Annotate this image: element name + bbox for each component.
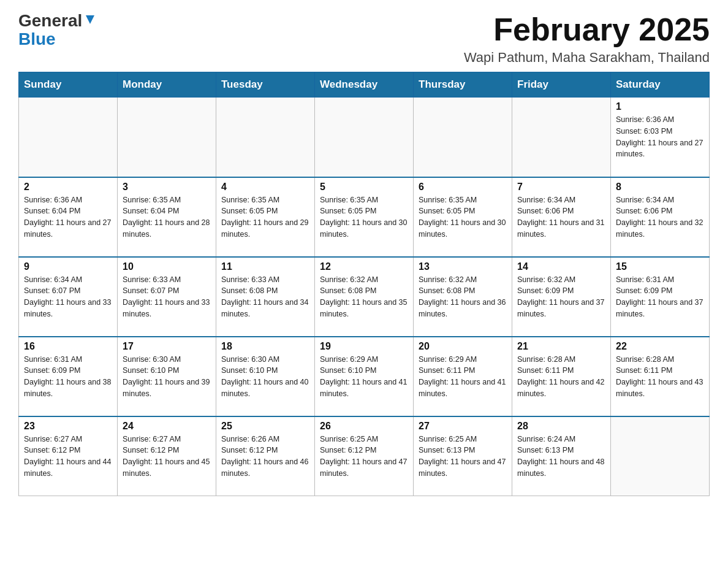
calendar-week-row: 23Sunrise: 6:27 AMSunset: 6:12 PMDayligh… [19,416,710,496]
calendar-cell [118,98,216,177]
month-title: February 2025 [464,12,710,47]
calendar-cell [512,98,611,177]
calendar-cell [315,98,414,177]
day-info: Sunrise: 6:35 AMSunset: 6:05 PMDaylight:… [320,194,408,240]
weekday-header-monday: Monday [118,72,216,98]
day-info: Sunrise: 6:34 AMSunset: 6:06 PMDaylight:… [517,194,605,240]
day-number: 20 [419,341,507,352]
day-number: 8 [616,182,704,193]
calendar-cell: 15Sunrise: 6:31 AMSunset: 6:09 PMDayligh… [611,257,710,337]
day-info: Sunrise: 6:26 AMSunset: 6:12 PMDaylight:… [221,434,309,480]
calendar-cell: 18Sunrise: 6:30 AMSunset: 6:10 PMDayligh… [216,337,315,416]
day-number: 12 [320,261,408,272]
day-info: Sunrise: 6:25 AMSunset: 6:13 PMDaylight:… [419,434,507,480]
calendar-cell: 23Sunrise: 6:27 AMSunset: 6:12 PMDayligh… [19,416,118,496]
logo-blue: Blue [18,29,56,49]
calendar-cell: 17Sunrise: 6:30 AMSunset: 6:10 PMDayligh… [118,337,216,416]
day-number: 7 [517,182,605,193]
calendar-cell: 28Sunrise: 6:24 AMSunset: 6:13 PMDayligh… [512,416,611,496]
day-number: 18 [221,341,309,352]
day-info: Sunrise: 6:30 AMSunset: 6:10 PMDaylight:… [123,354,211,400]
calendar-cell: 4Sunrise: 6:35 AMSunset: 6:05 PMDaylight… [216,177,315,257]
day-info: Sunrise: 6:33 AMSunset: 6:08 PMDaylight:… [221,274,309,320]
day-number: 21 [517,341,605,352]
day-number: 22 [616,341,704,352]
calendar-cell: 25Sunrise: 6:26 AMSunset: 6:12 PMDayligh… [216,416,315,496]
day-info: Sunrise: 6:36 AMSunset: 6:04 PMDaylight:… [24,194,112,240]
day-info: Sunrise: 6:27 AMSunset: 6:12 PMDaylight:… [24,434,112,480]
calendar-cell: 5Sunrise: 6:35 AMSunset: 6:05 PMDaylight… [315,177,414,257]
calendar-cell: 2Sunrise: 6:36 AMSunset: 6:04 PMDaylight… [19,177,118,257]
day-number: 9 [24,261,112,272]
calendar-cell [216,98,315,177]
calendar-cell: 19Sunrise: 6:29 AMSunset: 6:10 PMDayligh… [315,337,414,416]
calendar-cell [414,98,512,177]
calendar-cell [19,98,118,177]
day-info: Sunrise: 6:32 AMSunset: 6:09 PMDaylight:… [517,274,605,320]
day-info: Sunrise: 6:28 AMSunset: 6:11 PMDaylight:… [517,354,605,400]
day-number: 5 [320,182,408,193]
day-number: 25 [221,421,309,432]
day-number: 4 [221,182,309,193]
day-number: 2 [24,182,112,193]
calendar-cell: 10Sunrise: 6:33 AMSunset: 6:07 PMDayligh… [118,257,216,337]
day-info: Sunrise: 6:28 AMSunset: 6:11 PMDaylight:… [616,354,704,400]
calendar-cell: 12Sunrise: 6:32 AMSunset: 6:08 PMDayligh… [315,257,414,337]
calendar-cell: 21Sunrise: 6:28 AMSunset: 6:11 PMDayligh… [512,337,611,416]
day-info: Sunrise: 6:33 AMSunset: 6:07 PMDaylight:… [123,274,211,320]
day-number: 13 [419,261,507,272]
calendar-cell: 16Sunrise: 6:31 AMSunset: 6:09 PMDayligh… [19,337,118,416]
calendar-cell: 24Sunrise: 6:27 AMSunset: 6:12 PMDayligh… [118,416,216,496]
calendar-cell: 26Sunrise: 6:25 AMSunset: 6:12 PMDayligh… [315,416,414,496]
day-info: Sunrise: 6:35 AMSunset: 6:05 PMDaylight:… [221,194,309,240]
calendar-week-row: 2Sunrise: 6:36 AMSunset: 6:04 PMDaylight… [19,177,710,257]
day-info: Sunrise: 6:36 AMSunset: 6:03 PMDaylight:… [616,114,704,160]
day-number: 23 [24,421,112,432]
day-info: Sunrise: 6:31 AMSunset: 6:09 PMDaylight:… [616,274,704,320]
day-number: 24 [123,421,211,432]
calendar-cell: 7Sunrise: 6:34 AMSunset: 6:06 PMDaylight… [512,177,611,257]
day-number: 10 [123,261,211,272]
day-info: Sunrise: 6:29 AMSunset: 6:10 PMDaylight:… [320,354,408,400]
calendar-cell: 1Sunrise: 6:36 AMSunset: 6:03 PMDaylight… [611,98,710,177]
weekday-header-thursday: Thursday [414,72,512,98]
logo: General Blue [18,12,97,49]
day-info: Sunrise: 6:31 AMSunset: 6:09 PMDaylight:… [24,354,112,400]
day-info: Sunrise: 6:30 AMSunset: 6:10 PMDaylight:… [221,354,309,400]
day-number: 3 [123,182,211,193]
calendar-cell: 3Sunrise: 6:35 AMSunset: 6:04 PMDaylight… [118,177,216,257]
location-title: Wapi Pathum, Maha Sarakham, Thailand [464,50,710,66]
day-number: 11 [221,261,309,272]
day-info: Sunrise: 6:32 AMSunset: 6:08 PMDaylight:… [419,274,507,320]
day-number: 6 [419,182,507,193]
day-number: 14 [517,261,605,272]
day-number: 15 [616,261,704,272]
day-info: Sunrise: 6:29 AMSunset: 6:11 PMDaylight:… [419,354,507,400]
logo-triangle-icon [83,13,97,26]
day-number: 16 [24,341,112,352]
calendar-cell: 22Sunrise: 6:28 AMSunset: 6:11 PMDayligh… [611,337,710,416]
day-info: Sunrise: 6:34 AMSunset: 6:06 PMDaylight:… [616,194,704,240]
day-info: Sunrise: 6:34 AMSunset: 6:07 PMDaylight:… [24,274,112,320]
weekday-header-sunday: Sunday [19,72,118,98]
day-info: Sunrise: 6:35 AMSunset: 6:05 PMDaylight:… [419,194,507,240]
calendar-cell: 27Sunrise: 6:25 AMSunset: 6:13 PMDayligh… [414,416,512,496]
svg-marker-0 [86,15,94,24]
day-info: Sunrise: 6:27 AMSunset: 6:12 PMDaylight:… [123,434,211,480]
weekday-header-row: SundayMondayTuesdayWednesdayThursdayFrid… [19,72,710,98]
day-number: 26 [320,421,408,432]
calendar-week-row: 16Sunrise: 6:31 AMSunset: 6:09 PMDayligh… [19,337,710,416]
calendar-cell: 13Sunrise: 6:32 AMSunset: 6:08 PMDayligh… [414,257,512,337]
calendar-cell: 11Sunrise: 6:33 AMSunset: 6:08 PMDayligh… [216,257,315,337]
day-info: Sunrise: 6:35 AMSunset: 6:04 PMDaylight:… [123,194,211,240]
day-number: 1 [616,101,704,112]
calendar-cell: 8Sunrise: 6:34 AMSunset: 6:06 PMDaylight… [611,177,710,257]
calendar-table: SundayMondayTuesdayWednesdayThursdayFrid… [18,72,710,496]
day-number: 28 [517,421,605,432]
calendar-cell: 20Sunrise: 6:29 AMSunset: 6:11 PMDayligh… [414,337,512,416]
logo-general: General [18,12,82,29]
day-info: Sunrise: 6:24 AMSunset: 6:13 PMDaylight:… [517,434,605,480]
day-info: Sunrise: 6:25 AMSunset: 6:12 PMDaylight:… [320,434,408,480]
day-number: 17 [123,341,211,352]
weekday-header-saturday: Saturday [611,72,710,98]
